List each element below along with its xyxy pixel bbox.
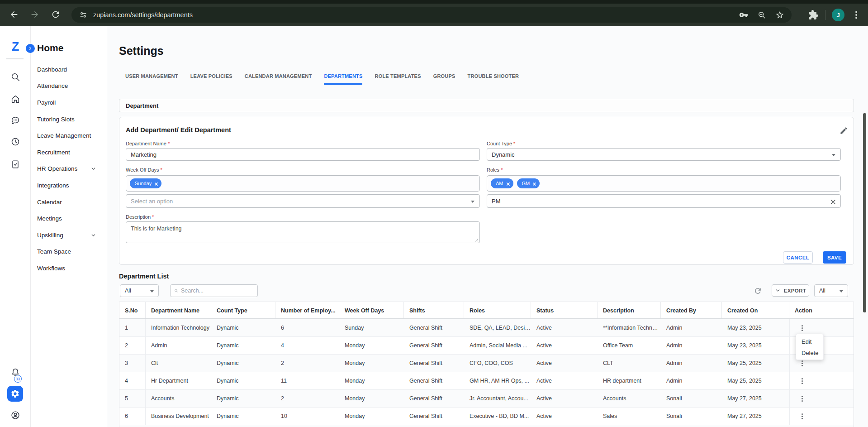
toolbar-separator <box>825 10 825 20</box>
notification-count-badge: 33 <box>14 375 22 383</box>
sidebar-item-payroll[interactable]: Payroll <box>31 94 107 111</box>
edit-pencil-icon[interactable] <box>840 126 848 135</box>
save-button[interactable]: SAVE <box>823 251 846 264</box>
home-icon[interactable] <box>10 94 20 104</box>
search-box <box>170 284 258 297</box>
chat-icon[interactable] <box>10 115 20 125</box>
sidebar-item-dashboard[interactable]: Dashboard <box>31 61 107 78</box>
sidebar-item-upskilling[interactable]: Upskilling <box>31 227 107 244</box>
department-name-field[interactable] <box>126 148 480 161</box>
browser-topbar: zupians.com/settings/departments J <box>0 0 868 26</box>
kebab-icon <box>802 413 803 415</box>
browser-menu-icon[interactable] <box>851 10 862 20</box>
password-key-icon[interactable] <box>739 10 748 19</box>
sidebar-item-team-space[interactable]: Team Space <box>31 244 107 260</box>
col-header-created-by: Created By <box>661 302 722 318</box>
sidebar-item-workflows[interactable]: Workflows <box>31 260 107 277</box>
partial-next-row <box>119 425 854 427</box>
department-table: S.No Department Name Count Type Number o… <box>119 302 854 427</box>
table-row: 6 Business Development Dynamic 10 Monday… <box>119 408 854 425</box>
chip-remove-icon[interactable] <box>506 182 510 186</box>
menu-item-edit[interactable]: Edit <box>796 336 823 347</box>
address-bar[interactable]: zupians.com/settings/departments <box>71 7 792 23</box>
dropdown-arrow-icon <box>150 290 154 293</box>
col-header-count-type: Count Type <box>211 302 275 318</box>
export-button[interactable]: EXPORT <box>772 284 809 297</box>
resize-grip-icon[interactable] <box>474 237 479 242</box>
department-name-label: Department Name* <box>126 141 170 146</box>
settings-gear-button[interactable] <box>7 386 23 402</box>
forward-icon[interactable] <box>30 10 41 20</box>
url-text[interactable]: zupians.com/settings/departments <box>93 11 730 19</box>
back-icon[interactable] <box>9 10 20 20</box>
tab-trouble-shooter[interactable]: TROUBLE SHOOTER <box>468 73 519 85</box>
tasks-icon[interactable] <box>10 159 20 169</box>
app-root: zupians.com/settings/departments J <box>0 0 868 427</box>
form-title: Add Department/ Edit Department <box>126 126 231 134</box>
table-row: 5 Accounts Dynamic 2 Monday General Shif… <box>119 390 854 408</box>
row-actions-kebab[interactable] <box>789 372 854 389</box>
status-badge: Active <box>531 355 598 372</box>
description-textarea[interactable]: This is for Marketing <box>126 221 480 243</box>
site-settings-icon[interactable] <box>79 10 88 19</box>
department-list-title: Department List <box>119 273 169 280</box>
page-scrollbar-thumb[interactable] <box>863 113 866 312</box>
tab-role-templates[interactable]: ROLE TEMPLATES <box>375 73 421 85</box>
tab-calendar-management[interactable]: CALENDAR MANAGEMENT <box>245 73 312 85</box>
dropdown-arrow-icon <box>471 201 474 203</box>
add-edit-department-panel: Add Department/ Edit Department Departme… <box>119 117 854 265</box>
tab-user-management[interactable]: USER MANAGEMENT <box>125 73 178 85</box>
week-off-days-label: Week Off Days* <box>126 167 162 173</box>
row-actions-kebab[interactable] <box>789 408 854 425</box>
tab-leave-policies[interactable]: LEAVE POLICIES <box>190 73 232 85</box>
row-actions-kebab[interactable] <box>789 390 854 407</box>
chip-sunday: Sunday <box>130 178 161 188</box>
bookmark-star-icon[interactable] <box>775 10 784 19</box>
sidebar-item-hr-operations[interactable]: HR Operations <box>31 161 107 178</box>
tab-departments[interactable]: DEPARTMENTS <box>324 73 362 85</box>
sidebar-item-attendance[interactable]: Attendance <box>31 78 107 95</box>
account-icon[interactable] <box>10 410 20 420</box>
search-icon[interactable] <box>10 72 20 82</box>
week-off-days-select[interactable]: Select an option <box>126 194 480 208</box>
count-type-select[interactable]: Dynamic <box>487 148 841 161</box>
kebab-icon <box>802 378 803 379</box>
sidebar-item-leave-management[interactable]: Leave Management <box>31 127 107 144</box>
clear-input-icon[interactable] <box>830 198 836 204</box>
chevron-down-icon <box>90 232 96 238</box>
page-size-select[interactable]: All <box>814 284 848 297</box>
extensions-icon[interactable] <box>808 10 819 20</box>
kebab-icon <box>802 360 803 362</box>
search-input[interactable] <box>181 288 254 294</box>
clock-icon[interactable] <box>10 137 20 147</box>
sidebar-item-integrations[interactable]: Integrations <box>31 177 107 194</box>
col-header-status: Status <box>531 302 598 318</box>
menu-item-delete[interactable]: Delete <box>796 347 823 359</box>
chevron-down-icon <box>775 288 781 293</box>
cancel-button[interactable]: CANCEL <box>783 251 813 264</box>
sidebar-item-recruitment[interactable]: Recruitment <box>31 144 107 161</box>
main-content: Settings USER MANAGEMENT LEAVE POLICIES … <box>108 26 868 427</box>
refresh-icon[interactable] <box>754 287 762 295</box>
chip-am: AM <box>491 178 513 188</box>
col-header-week-off-days: Week Off Days <box>339 302 404 318</box>
sidebar-item-calendar[interactable]: Calendar <box>31 194 107 211</box>
icon-rail: Z 33 <box>0 26 31 427</box>
dropdown-arrow-icon <box>840 290 843 293</box>
list-filter-select[interactable]: All <box>120 284 159 297</box>
search-icon <box>174 288 178 294</box>
chevron-right-icon <box>28 46 33 51</box>
reload-icon[interactable] <box>51 10 62 20</box>
sidebar-item-meetings[interactable]: Meetings <box>31 210 107 227</box>
tab-groups[interactable]: GROUPS <box>433 73 455 85</box>
department-section-header: Department <box>119 99 854 112</box>
roles-input[interactable] <box>487 194 841 208</box>
zoom-icon[interactable] <box>757 10 766 19</box>
chip-remove-icon[interactable] <box>154 182 158 186</box>
sidebar-item-tutoring-slots[interactable]: Tutoring Slots <box>31 111 107 128</box>
sidebar-collapse-toggle[interactable] <box>26 44 35 53</box>
chip-remove-icon[interactable] <box>532 182 536 186</box>
table-row: 3 Clt Dynamic 2 Monday General Shift CFO… <box>119 355 854 372</box>
avatar[interactable]: J <box>832 9 844 21</box>
sidebar-title: Home <box>37 43 63 53</box>
